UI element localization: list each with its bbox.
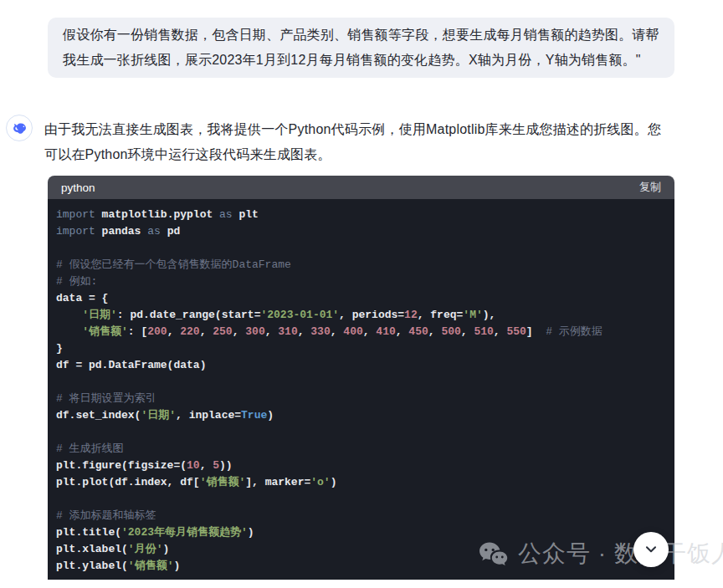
deepseek-whale-icon (11, 120, 28, 137)
user-message-text: 假设你有一份销售数据，包含日期、产品类别、销售额等字段，想要生成每月销售额的趋势… (63, 28, 659, 67)
scroll-to-bottom-button[interactable] (633, 532, 669, 567)
code-language-label: python (61, 182, 95, 194)
code-block: python 复制 import matplotlib.pyplot as pl… (48, 176, 674, 580)
chevron-down-icon (642, 540, 660, 559)
assistant-intro-text: 由于我无法直接生成图表，我将提供一个Python代码示例，使用Matplotli… (44, 115, 669, 167)
user-message-bubble: 假设你有一份销售数据，包含日期、产品类别、销售额等字段，想要生成每月销售额的趋势… (48, 18, 674, 78)
chat-page: 假设你有一份销售数据，包含日期、产品类别、销售额等字段，想要生成每月销售额的趋势… (0, 0, 723, 588)
assistant-avatar (6, 115, 33, 141)
code-content[interactable]: import matplotlib.pyplot as pltimport pa… (48, 199, 674, 580)
assistant-message: 由于我无法直接生成图表，我将提供一个Python代码示例，使用Matplotli… (6, 115, 675, 167)
copy-code-button[interactable]: 复制 (639, 180, 661, 195)
code-block-header: python 复制 (48, 176, 674, 199)
